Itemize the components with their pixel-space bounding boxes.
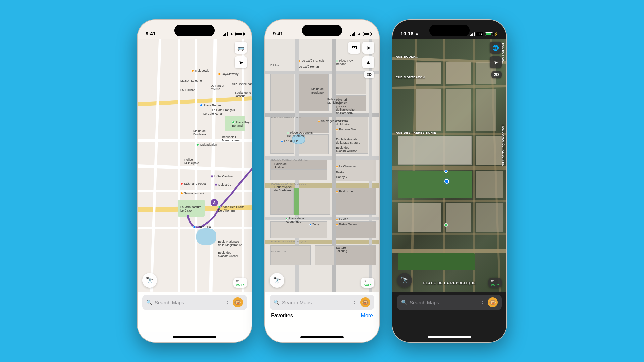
- map-layers-button-2[interactable]: 🗺: [348, 42, 360, 54]
- status-left-3: 10:16 ▲: [400, 31, 419, 36]
- poi2-fastroquet: Fastroquet: [336, 190, 354, 193]
- temp-3: 8°: [491, 279, 499, 283]
- compass-button-1[interactable]: ➤: [235, 56, 247, 68]
- poi2-place-rep-lower: PLACE DE LA RÉPUBLIQUE: [271, 240, 306, 243]
- poi-manufacture: La ManufactureLe Bayon: [180, 205, 202, 212]
- aerial-building-7: [476, 136, 503, 165]
- poi-boulangerie: BoulangerieJocteur: [235, 91, 251, 98]
- poi2-place-rep-label: PLACE DE LA RÉPUBLIQUE: [271, 182, 306, 185]
- poi2-baston: Baston...: [336, 171, 348, 174]
- binoculars-button-3[interactable]: 🔭: [397, 273, 412, 288]
- favorites-row-2: Favorites More: [270, 313, 374, 319]
- poi2-rue-bones: RUE DES FRÈRES BON...: [271, 116, 303, 119]
- poi-police: PoliceMunicipale: [184, 158, 199, 165]
- search-placeholder-2: Search Maps: [282, 300, 350, 305]
- 2d-button-3[interactable]: 2D: [491, 71, 502, 78]
- iphone-3: 10:16 ▲ 5G ⚡: [392, 20, 506, 342]
- iphone-2: 9:41 ▲: [265, 20, 379, 342]
- aqi-3: AQI ●: [491, 283, 499, 286]
- aerial-building-2: [446, 62, 471, 84]
- map-phone2[interactable]: RBE... Le Café Français Le Café Rohan Pl…: [265, 39, 379, 292]
- poi-dot-blue-3: [444, 170, 448, 173]
- search-placeholder-3: Search Maps: [410, 300, 477, 305]
- poi-joy: Joy&Jewelry: [218, 72, 239, 76]
- aerial-building-6: [476, 89, 496, 131]
- charging-icon-3: ⚡: [494, 32, 498, 36]
- poi-dot-green-3: [444, 223, 448, 227]
- poi-cafe-fr: Le Café Français: [212, 108, 235, 112]
- poi-fort: Fort du Hâ: [193, 225, 211, 229]
- avatar-3[interactable]: 🐵: [488, 297, 498, 307]
- avatar-1[interactable]: 🐵: [233, 297, 243, 307]
- poi-delestree: Delestrée: [215, 183, 231, 186]
- poi2-zoby: Zoby: [309, 223, 319, 226]
- aerial-street-montbazon: RUE MONTBAZON: [396, 76, 425, 79]
- favorites-label-2: Favorites: [271, 313, 293, 319]
- aerial-place-rep: PLACE DE LA RÉPUBLIQUE: [423, 281, 476, 285]
- more-button-2[interactable]: More: [361, 313, 373, 319]
- map-area-2[interactable]: RBE... Le Café Français Le Café Rohan Pl…: [265, 39, 379, 292]
- status-time-2: 9:41: [273, 31, 283, 36]
- road-place-rep: [392, 249, 506, 253]
- poi2-happy: Happy Y...: [336, 175, 350, 179]
- location-button-2[interactable]: ▲: [362, 56, 374, 68]
- map-phone1[interactable]: A B Melobowls Joy&Jewelry Maison Lejeune…: [138, 39, 252, 292]
- aerial-building-8: [476, 171, 503, 198]
- binoculars-button-1[interactable]: 🔭: [142, 273, 157, 288]
- mic-icon-1[interactable]: 🎙: [225, 299, 230, 305]
- aerial-building-9: [398, 203, 441, 232]
- poi2-le428: Le 428: [336, 218, 348, 221]
- map-area-3[interactable]: RUE BOULA... RUE MONTBAZON RUE DES FRÈRE…: [392, 39, 506, 292]
- poi2-basse-caill: BASSE CAILL...: [271, 250, 290, 253]
- aqi-1: AQI ●: [236, 283, 244, 286]
- signal-icon-1: [223, 32, 228, 36]
- aerial-building-4: [416, 89, 441, 131]
- map-area-1[interactable]: A B Melobowls Joy&Jewelry Maison Lejeune…: [138, 39, 252, 292]
- aerial-green-square: [398, 171, 472, 198]
- 2d-button-2[interactable]: 2D: [364, 71, 374, 78]
- search-bar-1[interactable]: 🔍 Search Maps 🎙 🐵: [142, 295, 247, 310]
- poi2-pole: Pôle juri-dique etjusticesde l'universit…: [336, 98, 355, 115]
- poi2-rue-mar: RUE DU MARÉCHAL JOFFE...: [271, 158, 308, 161]
- dynamic-island-3: [429, 25, 470, 36]
- map-phone3[interactable]: RUE BOULA... RUE MONTBAZON RUE DES FRÈRE…: [392, 39, 506, 292]
- search-bar-2[interactable]: 🔍 Search Maps 🎙 🐵: [270, 295, 374, 310]
- weather-2: 8° AQI ●: [361, 278, 374, 288]
- road-5: [392, 200, 506, 202]
- location-arrow-3: ▲: [415, 31, 419, 36]
- mic-icon-3[interactable]: 🎙: [480, 299, 485, 305]
- aerial-building-11: [476, 203, 503, 232]
- poi-mairie: Mairie deBordeaux: [193, 129, 206, 136]
- poi-hotel: Hôtel Cardinal: [211, 175, 233, 178]
- 5g-badge-3: 5G: [476, 32, 483, 36]
- search-bar-3[interactable]: 🔍 Search Maps 🎙 🐵: [397, 295, 502, 310]
- poi-beausoleil: BeausoleilMaroquinerie: [222, 135, 240, 142]
- avatar-2[interactable]: 🐵: [360, 297, 370, 307]
- battery-icon-1: [235, 32, 244, 36]
- status-icons-2: ▲: [350, 31, 371, 36]
- mic-icon-2[interactable]: 🎙: [352, 299, 358, 305]
- battery-area-3: ⚡: [485, 32, 498, 36]
- signal-icon-2: [350, 32, 355, 36]
- globe-button-3[interactable]: 🌐: [490, 42, 502, 54]
- transit-button[interactable]: 🚌: [235, 42, 247, 54]
- search-icon-2: 🔍: [274, 300, 279, 305]
- temp-2: 8°: [364, 279, 372, 283]
- status-icons-1: ▲: [223, 31, 244, 36]
- compass-button-3[interactable]: ➤: [490, 56, 502, 68]
- binoculars-button-2[interactable]: 🔭: [270, 273, 284, 288]
- battery-icon-2: [363, 32, 371, 36]
- bottom-bar-1: 🔍 Search Maps 🎙 🐵: [138, 292, 252, 332]
- status-time-1: 9:41: [146, 31, 156, 36]
- aerial-building-5: [446, 89, 471, 131]
- weather-3: 8° AQI ●: [488, 278, 502, 288]
- aerial-street-mar: RUE DU MARÉCHAL JOFFRE: [502, 125, 505, 166]
- home-indicator-2: [265, 332, 379, 342]
- marker-a: A: [211, 199, 218, 206]
- dynamic-island-1: [174, 25, 215, 36]
- bottom-bar-2: 🔍 Search Maps 🎙 🐵 Favorites More: [265, 292, 379, 332]
- aerial-building-10: [446, 203, 471, 232]
- poi2-pizzeria: Pizzeria Dieci: [336, 128, 358, 131]
- wifi-icon-1: ▲: [229, 31, 234, 36]
- compass-button-2[interactable]: ➤: [362, 42, 374, 54]
